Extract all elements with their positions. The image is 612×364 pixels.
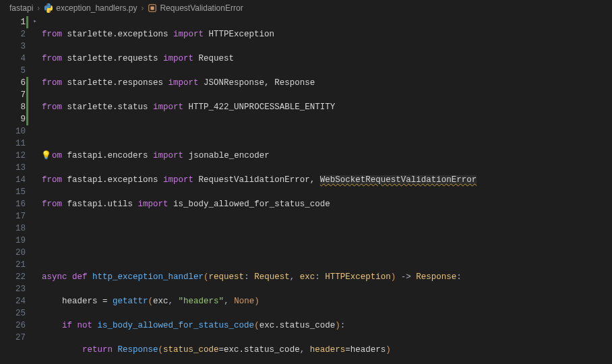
line-number[interactable]: 19: [0, 235, 26, 247]
line-number[interactable]: 9: [0, 113, 26, 125]
code-line[interactable]: from fastapi.exceptions import RequestVa…: [42, 174, 612, 186]
line-number[interactable]: 11: [0, 138, 26, 150]
line-number[interactable]: 23: [0, 283, 26, 295]
code-line[interactable]: from starlette.exceptions import HTTPExc…: [42, 28, 612, 40]
line-number[interactable]: 14: [0, 174, 26, 186]
breadcrumb-symbol-label: RequestValidationError: [160, 3, 243, 13]
code-line[interactable]: async def http_exception_handler(request…: [42, 271, 612, 283]
breadcrumb-file-label: exception_handlers.py: [56, 3, 137, 13]
line-number[interactable]: 6: [0, 77, 26, 89]
breadcrumb[interactable]: fastapi › exception_handlers.py › Reques…: [0, 0, 612, 16]
code-line[interactable]: [42, 222, 612, 235]
line-number[interactable]: 8: [0, 101, 26, 113]
code-line[interactable]: [42, 247, 612, 259]
line-number[interactable]: 20: [0, 247, 26, 259]
svg-rect-1: [151, 6, 154, 9]
line-number[interactable]: 24: [0, 295, 26, 307]
line-number[interactable]: 12: [0, 150, 26, 162]
chevron-right-icon: ›: [37, 3, 40, 13]
code-line[interactable]: from starlette.responses import JSONResp…: [42, 77, 612, 89]
code-line[interactable]: headers = getattr(exc, "headers", None): [42, 295, 612, 307]
line-number[interactable]: 2: [0, 28, 26, 40]
line-number[interactable]: 22: [0, 271, 26, 283]
line-number-gutter[interactable]: 1 2 3 4 5 6 7 8 9 10 11 12 13 14 15 16 1…: [0, 16, 30, 364]
code-line[interactable]: from starlette.status import HTTP_422_UN…: [42, 101, 612, 113]
code-line[interactable]: if not is_body_allowed_for_status_code(e…: [42, 320, 612, 332]
line-number[interactable]: 16: [0, 198, 26, 210]
line-number[interactable]: 25: [0, 307, 26, 320]
code-editor[interactable]: ▸ 1 2 3 4 5 6 7 8 9 10 11 12 13 14 15 16…: [0, 16, 612, 364]
code-line[interactable]: 💡from fastapi.encoders import jsonable_e…: [42, 150, 612, 162]
line-number[interactable]: 27: [0, 332, 26, 344]
line-number[interactable]: 18: [0, 222, 26, 235]
line-number[interactable]: 10: [0, 125, 26, 138]
code-line[interactable]: from starlette.requests import Request: [42, 53, 612, 65]
breadcrumb-root[interactable]: fastapi: [9, 3, 33, 13]
breadcrumb-symbol[interactable]: RequestValidationError: [148, 3, 243, 13]
code-line[interactable]: from fastapi.utils import is_body_allowe…: [42, 198, 612, 210]
line-number[interactable]: 21: [0, 259, 26, 271]
line-number[interactable]: 5: [0, 65, 26, 77]
class-icon: [148, 3, 157, 13]
code-line[interactable]: [42, 125, 612, 138]
breadcrumb-file[interactable]: exception_handlers.py: [44, 3, 137, 13]
line-number[interactable]: 15: [0, 186, 26, 198]
line-number[interactable]: 17: [0, 210, 26, 222]
chevron-right-icon: ›: [141, 3, 144, 13]
line-number[interactable]: 4: [0, 53, 26, 65]
python-file-icon: [44, 3, 53, 13]
code-area[interactable]: from starlette.exceptions import HTTPExc…: [30, 16, 612, 364]
line-number[interactable]: 7: [0, 89, 26, 101]
line-number[interactable]: 13: [0, 162, 26, 174]
line-number[interactable]: 26: [0, 320, 26, 332]
line-number[interactable]: 1: [0, 16, 26, 28]
lightbulb-icon[interactable]: 💡: [41, 150, 51, 162]
code-line[interactable]: return Response(status_code=exc.status_c…: [42, 344, 612, 356]
line-number[interactable]: 3: [0, 40, 26, 53]
unused-import-warning[interactable]: WebSocketRequestValidationError: [320, 175, 477, 185]
